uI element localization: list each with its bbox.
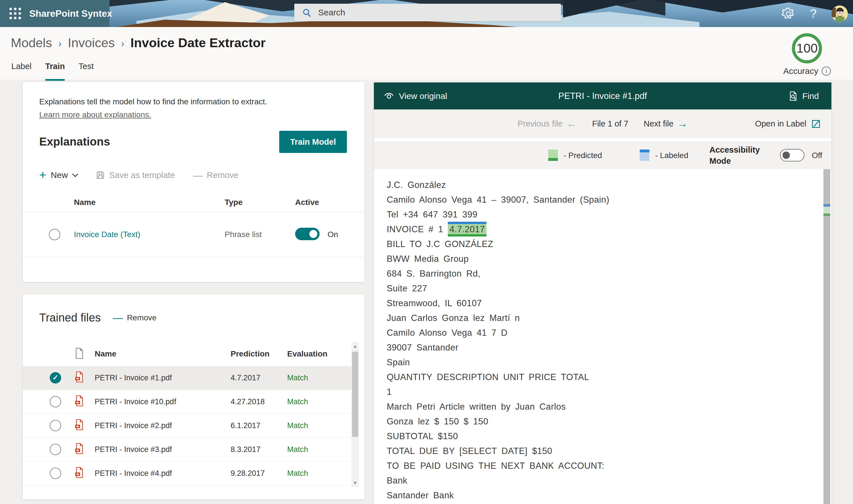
- accessibility-state: Off: [812, 151, 822, 160]
- row-radio[interactable]: [50, 444, 61, 455]
- document-line: Santander Bank: [387, 488, 808, 503]
- save-icon: [95, 170, 105, 180]
- new-explanation-button[interactable]: New: [51, 170, 68, 180]
- next-file-label: Next file: [644, 119, 674, 128]
- remove-icon: —: [193, 170, 203, 181]
- accuracy-label: Accuracy: [783, 66, 818, 76]
- breadcrumb-separator-icon: ›: [121, 38, 124, 49]
- file-evaluation-link[interactable]: Match: [287, 397, 308, 406]
- file-name: PETRI - Invoice #1.pdf: [95, 374, 172, 382]
- document-line: Camilo Alonso Vega 41 7 D: [387, 325, 808, 340]
- app-title: SharePoint Syntex: [29, 8, 112, 19]
- row-radio[interactable]: [50, 372, 61, 383]
- file-name: PETRI - Invoice #2.pdf: [95, 421, 172, 430]
- file-name: PETRI - Invoice #4.pdf: [95, 469, 172, 478]
- file-evaluation-link[interactable]: Match: [287, 374, 308, 382]
- document-line: 39007 Santander: [387, 340, 808, 355]
- breadcrumb-invoices[interactable]: Invoices: [68, 36, 114, 50]
- accuracy-ring: 100: [792, 33, 822, 64]
- trained-files-card: Trained files — Remove Name Prediction E…: [23, 294, 365, 500]
- remove-file-button[interactable]: Remove: [127, 313, 156, 322]
- row-radio[interactable]: [50, 420, 61, 431]
- active-toggle[interactable]: [295, 228, 320, 240]
- column-name: Name: [95, 349, 116, 358]
- document-line: Spain: [387, 355, 808, 370]
- breadcrumb-models[interactable]: Models: [11, 36, 52, 50]
- row-radio[interactable]: [49, 229, 60, 240]
- train-model-button[interactable]: Train Model: [279, 131, 347, 153]
- document-preview: J.C. GonzálezCamilo Alonso Vega 41 – 390…: [374, 169, 831, 504]
- table-row[interactable]: PETRI - Invoice #3.pdf 8.3.2017 Match: [23, 438, 352, 462]
- accessibility-toggle[interactable]: [780, 149, 804, 161]
- pdf-file-icon: [75, 395, 84, 408]
- add-icon[interactable]: +: [39, 169, 46, 181]
- tab-test[interactable]: Test: [78, 62, 93, 76]
- file-prediction: 9.28.2017: [231, 469, 265, 478]
- brand-block: SharePoint Syntex: [0, 0, 109, 27]
- tab-label[interactable]: Label: [11, 62, 32, 76]
- file-evaluation-link[interactable]: Match: [287, 445, 308, 454]
- find-button[interactable]: Find: [788, 83, 819, 109]
- trained-files-table: Name Prediction Evaluation PETRI - Invoi…: [23, 342, 365, 487]
- pdf-file-icon: [75, 467, 84, 479]
- previous-file-label: Previous file: [517, 119, 563, 128]
- scrollbar-thumb[interactable]: [352, 352, 358, 437]
- row-radio[interactable]: [50, 396, 61, 407]
- arrow-left-icon: ←: [566, 120, 576, 128]
- file-evaluation-link[interactable]: Match: [287, 421, 308, 430]
- tab-train[interactable]: Train: [45, 62, 65, 76]
- explanations-card: Explanations tell the model how to find …: [23, 82, 365, 282]
- document-line: SUBTOTAL $150: [387, 429, 808, 444]
- pdf-file-icon: [75, 419, 84, 432]
- highlight-position-marker: [823, 204, 830, 216]
- table-row[interactable]: PETRI - Invoice #4.pdf 9.28.2017 Match: [23, 462, 352, 486]
- file-position: File 1 of 7: [592, 119, 628, 128]
- predicted-legend-chip: [548, 149, 558, 161]
- document-line: QUANTITY DESCRIPTION UNIT PRICE TOTAL: [387, 370, 808, 384]
- trained-files-table-header: Name Prediction Evaluation: [23, 342, 352, 366]
- learn-more-link[interactable]: Learn more about explanations.: [39, 110, 151, 120]
- file-evaluation-link[interactable]: Match: [287, 469, 308, 478]
- page-header: Models › Invoices › Invoice Date Extract…: [0, 27, 853, 79]
- settings-gear-icon[interactable]: [782, 7, 795, 20]
- save-as-template-button[interactable]: Save as template: [109, 170, 175, 180]
- accessibility-mode-label: Accessibility Mode: [709, 144, 778, 166]
- files-scrollbar[interactable]: ▲ ▼: [352, 342, 359, 487]
- explanation-row[interactable]: Invoice Date (Text) Phrase list On: [23, 212, 365, 257]
- previous-file-button[interactable]: Previous file ←: [517, 119, 576, 128]
- search-input[interactable]: [318, 8, 561, 17]
- document-line: BILL TO J.C GONZÁLEZ: [387, 237, 808, 252]
- next-file-button[interactable]: Next file →: [644, 119, 688, 128]
- file-prediction: 8.3.2017: [231, 445, 261, 454]
- extracted-date-highlight[interactable]: 4.7.2017: [448, 222, 487, 236]
- table-row[interactable]: PETRI - Invoice #10.pdf 4.27.2018 Match: [23, 390, 352, 414]
- info-icon[interactable]: i: [822, 67, 831, 76]
- table-row[interactable]: PETRI - Invoice #2.pdf 6.1.2017 Match: [23, 414, 352, 438]
- help-icon[interactable]: ?: [810, 7, 817, 20]
- row-radio[interactable]: [50, 468, 61, 479]
- edit-icon: [811, 119, 821, 129]
- document-text: J.C. GonzálezCamilo Alonso Vega 41 – 390…: [387, 178, 808, 503]
- explanation-name-link[interactable]: Invoice Date (Text): [74, 230, 140, 239]
- scroll-down-icon[interactable]: ▼: [352, 481, 359, 485]
- user-avatar[interactable]: [831, 5, 848, 22]
- chevron-down-icon[interactable]: [72, 171, 78, 177]
- document-line: Suite 227: [387, 281, 808, 296]
- arrow-right-icon: →: [678, 120, 688, 128]
- remove-explanation-button[interactable]: Remove: [207, 170, 238, 180]
- app-launcher-icon[interactable]: [8, 7, 22, 20]
- explanations-description: Explanations tell the model how to find …: [39, 97, 267, 106]
- accuracy-value: 100: [796, 41, 818, 56]
- open-in-label-button[interactable]: Open in Label: [755, 109, 821, 138]
- search-box[interactable]: [294, 4, 561, 21]
- table-row[interactable]: PETRI - Invoice #1.pdf 4.7.2017 Match: [23, 366, 352, 390]
- accuracy-widget: 100 Accuracy i: [783, 33, 831, 76]
- scroll-up-icon[interactable]: ▲: [352, 344, 359, 348]
- viewer-file-title: PETRI - Invoice #1.pdf: [374, 83, 831, 109]
- active-toggle-label: On: [327, 230, 338, 239]
- top-bar: SharePoint Syntex ?: [0, 0, 853, 27]
- document-line: Gonza lez $ 150 $ 150: [387, 414, 808, 429]
- explanations-table-header: Name Type Active: [23, 196, 365, 212]
- document-scrollbar[interactable]: [823, 169, 830, 504]
- file-viewer-panel: View original PETRI - Invoice #1.pdf Fin…: [374, 83, 831, 504]
